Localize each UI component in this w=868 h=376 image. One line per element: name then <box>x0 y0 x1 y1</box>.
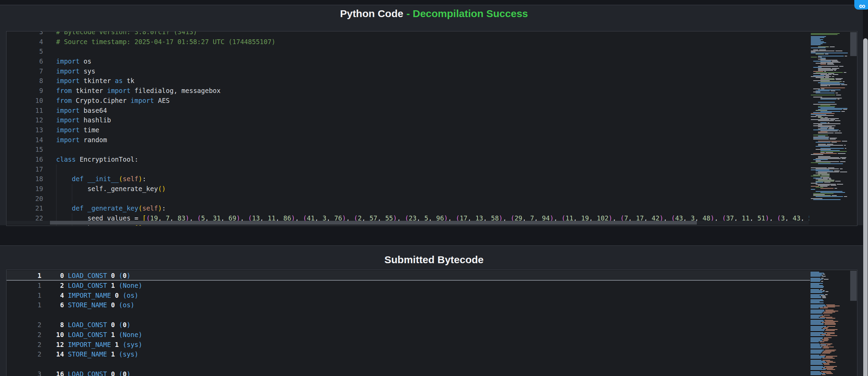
bytecode-title: Submitted Bytecode <box>384 254 484 265</box>
line-number: 7 <box>7 66 43 76</box>
code-line: 6import os <box>7 56 809 66</box>
code-line: 3# Bytecode version: 3.8.0rc1? (3413) <box>7 31 809 37</box>
code-line: 214 STORE_NAME 1 (sys) <box>7 349 810 359</box>
line-number: 12 <box>7 115 43 125</box>
page: Python Code- Decompilation Success 3# By… <box>0 0 868 376</box>
code-line: 1 2 LOAD_CONST 1 (None) <box>7 281 810 291</box>
code-line: 12import hashlib <box>7 115 809 125</box>
code-line: 17 <box>7 164 809 174</box>
code-line: 14import random <box>7 135 809 145</box>
line-number: 3 <box>7 31 43 37</box>
line-number: 2 <box>7 330 41 340</box>
line-number: 20 <box>7 194 43 204</box>
code-line: 1 4 IMPORT_NAME 0 (os) <box>7 291 810 300</box>
bytecode-panel[interactable]: 1 0 LOAD_CONST 0 (0)1 2 LOAD_CONST 1 (No… <box>6 270 857 376</box>
floating-badge[interactable]: ∞ <box>854 0 868 10</box>
line-number: 18 <box>7 174 43 184</box>
code-line: 316 LOAD_CONST 0 (0) <box>7 369 810 376</box>
code-line: 212 IMPORT_NAME 1 (sys) <box>7 340 810 350</box>
code-line: 4# Source timestamp: 2025-04-17 01:58:27… <box>7 37 809 47</box>
code-line: 9from tkinter import filedialog, message… <box>7 86 809 96</box>
code-line: 7import sys <box>7 66 809 76</box>
line-number: 1 <box>7 281 41 291</box>
bytecode-section: Submitted Bytecode 1 0 LOAD_CONST 0 (0)1… <box>0 245 868 376</box>
line-number: 6 <box>7 56 43 66</box>
code-line: 21 def _generate_key(self): <box>7 203 809 213</box>
line-number: 13 <box>7 125 43 135</box>
line-number: 14 <box>7 135 43 145</box>
page-scrollbar[interactable] <box>863 0 868 376</box>
vscroll-thumb-python[interactable] <box>850 32 857 56</box>
python-code-title: Python Code <box>340 8 403 19</box>
python-code-area[interactable]: 3# Bytecode version: 3.8.0rc1? (3413)4# … <box>7 31 809 226</box>
code-line: 1 6 STORE_NAME 0 (os) <box>7 300 810 310</box>
hscroll-track-python[interactable] <box>7 221 809 225</box>
line-number: 19 <box>7 184 43 194</box>
minimap-bytecode[interactable] <box>809 270 850 376</box>
code-line: 11import base64 <box>7 106 809 116</box>
code-line: 20 <box>7 194 809 204</box>
bytecode-area[interactable]: 1 0 LOAD_CONST 0 (0)1 2 LOAD_CONST 1 (No… <box>7 270 810 376</box>
page-scrollbar-thumb[interactable] <box>863 38 868 376</box>
code-line: 5 <box>7 46 809 56</box>
line-number: 1 <box>7 300 41 310</box>
code-line: 16class EncryptionTool: <box>7 155 809 164</box>
python-code-panel[interactable]: 3# Bytecode version: 3.8.0rc1? (3413)4# … <box>6 31 857 226</box>
hscroll-thumb-python[interactable] <box>50 221 697 225</box>
line-number: 1 <box>7 291 41 300</box>
code-line-highlighted: 1 0 LOAD_CONST 0 (0) <box>7 271 810 281</box>
code-line: 13import time <box>7 125 809 135</box>
line-number: 11 <box>7 106 43 116</box>
code-line: 10from Crypto.Cipher import AES <box>7 96 809 106</box>
line-number: 17 <box>7 164 43 174</box>
line-number: 10 <box>7 96 43 106</box>
line-number: 5 <box>7 46 43 56</box>
python-section: Python Code- Decompilation Success 3# By… <box>0 5 868 225</box>
line-number: 16 <box>7 155 43 164</box>
code-line: 2 8 LOAD_CONST 0 (0) <box>7 320 810 330</box>
vscroll-thumb-bytecode[interactable] <box>850 271 857 301</box>
code-line <box>7 359 810 369</box>
code-line <box>7 310 810 320</box>
line-number: 4 <box>7 37 43 47</box>
line-number: 1 <box>7 271 41 281</box>
line-number: 9 <box>7 86 43 96</box>
line-number: 21 <box>7 203 43 213</box>
line-number: 2 <box>7 320 41 330</box>
line-number: 8 <box>7 76 43 86</box>
python-section-header: Python Code- Decompilation Success <box>0 5 868 21</box>
code-line: 8import tkinter as tk <box>7 76 809 86</box>
code-line: 15 <box>7 145 809 155</box>
decompilation-status: - Decompilation Success <box>406 8 528 19</box>
line-number: 3 <box>7 369 41 376</box>
code-line: 18 def __init__(self): <box>7 174 809 184</box>
infinity-icon: ∞ <box>854 1 868 11</box>
bytecode-section-header: Submitted Bytecode <box>0 246 868 267</box>
minimap-python[interactable] <box>809 32 850 225</box>
code-line: 19 self._generate_key() <box>7 184 809 194</box>
line-number: 2 <box>7 349 41 359</box>
line-number: 2 <box>7 340 41 350</box>
code-line: 210 LOAD_CONST 1 (None) <box>7 330 810 340</box>
line-number: 15 <box>7 145 43 155</box>
